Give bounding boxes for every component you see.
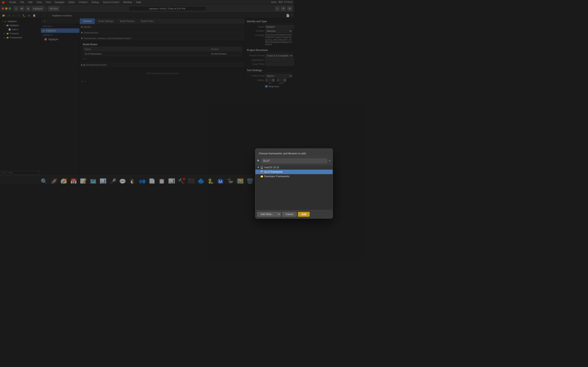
modal-search-input[interactable]	[261, 158, 294, 163]
chevron-down-icon: ▼	[257, 166, 259, 169]
modal-group-macos[interactable]: ▼ 🖥️ macOS 10.15	[255, 165, 294, 170]
framework-icon: 📦	[260, 170, 263, 173]
modal-item-dev-frameworks[interactable]: 📁 Developer Frameworks	[255, 174, 294, 179]
modal-item-glut[interactable]: 📦 GLUT.framework	[255, 170, 294, 174]
folder-icon: 📁	[260, 175, 263, 178]
dev-frameworks-label: Developer Frameworks	[264, 175, 290, 178]
modal-overlay: Choose frameworks and libraries to add: …	[0, 0, 294, 184]
modal-title: Choose frameworks and libraries to add:	[255, 149, 294, 157]
macos-group-label: macOS 10.15	[264, 166, 279, 169]
framework-chooser-modal: Choose frameworks and libraries to add: …	[255, 149, 294, 184]
glut-framework-label: GLUT.framework	[264, 170, 283, 173]
macos-icon: 🖥️	[260, 166, 263, 169]
search-icon: 🔍	[257, 159, 260, 162]
modal-search-bar: 🔍 ✕	[255, 157, 294, 165]
modal-list: ▼ 🖥️ macOS 10.15 📦 GLUT.framework 📁 Deve…	[255, 165, 294, 184]
